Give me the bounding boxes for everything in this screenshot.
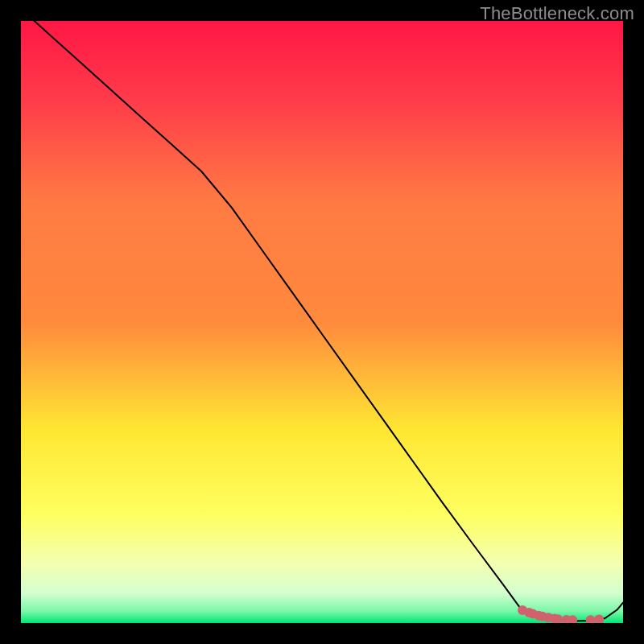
chart-frame: TheBottleneck.com [0, 0, 644, 644]
chart-canvas [21, 21, 623, 623]
watermark-text: TheBottleneck.com [480, 3, 634, 24]
gradient-background [21, 21, 623, 623]
plot-area [21, 21, 623, 623]
